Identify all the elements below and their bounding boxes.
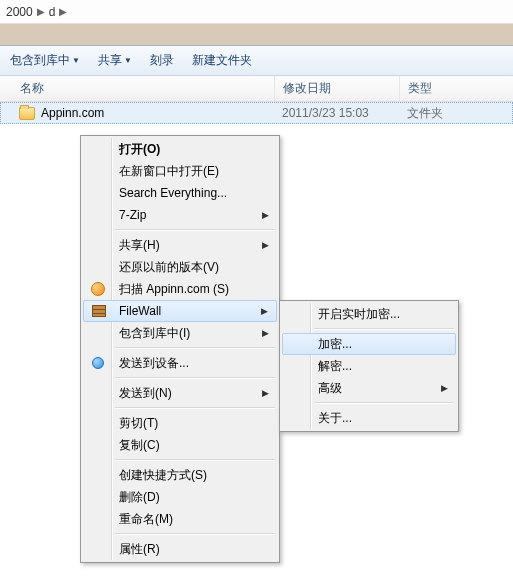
submenu-arrow-icon: ▶	[262, 388, 269, 398]
wall-icon	[90, 302, 108, 320]
menu-separator	[115, 459, 275, 461]
file-type: 文件夹	[399, 105, 512, 122]
toolbar-burn[interactable]: 刻录	[150, 52, 174, 69]
menu-cut[interactable]: 剪切(T)	[83, 412, 277, 434]
menu-send-to[interactable]: 发送到(N) ▶	[83, 382, 277, 404]
chevron-right-icon: ▶	[59, 6, 67, 17]
submenu-arrow-icon: ▶	[262, 240, 269, 250]
menu-separator	[115, 407, 275, 409]
menu-7zip[interactable]: 7-Zip ▶	[83, 204, 277, 226]
submenu-encrypt[interactable]: 加密...	[282, 333, 456, 355]
menu-separator	[115, 229, 275, 231]
device-icon	[89, 354, 107, 372]
menu-include-in-library[interactable]: 包含到库中(I) ▶	[83, 322, 277, 344]
toolbar-include-in-library[interactable]: 包含到库中 ▼	[10, 52, 80, 69]
column-type[interactable]: 类型	[400, 76, 513, 101]
column-headers: 名称 修改日期 类型	[0, 76, 513, 102]
breadcrumb[interactable]: 2000 ▶ d ▶	[0, 0, 513, 24]
submenu-arrow-icon: ▶	[262, 328, 269, 338]
breadcrumb-seg[interactable]: 2000	[6, 5, 33, 19]
submenu-arrow-icon: ▶	[262, 210, 269, 220]
toolbar: 包含到库中 ▼ 共享 ▼ 刻录 新建文件夹	[0, 46, 513, 76]
submenu-decrypt[interactable]: 解密...	[282, 355, 456, 377]
column-modified[interactable]: 修改日期	[275, 76, 400, 101]
dropdown-icon: ▼	[124, 56, 132, 65]
menu-share[interactable]: 共享(H) ▶	[83, 234, 277, 256]
submenu-arrow-icon: ▶	[441, 383, 448, 393]
folder-icon	[19, 107, 35, 120]
toolbar-new-folder[interactable]: 新建文件夹	[192, 52, 252, 69]
chevron-right-icon: ▶	[37, 6, 45, 17]
menu-scan[interactable]: 扫描 Appinn.com (S)	[83, 278, 277, 300]
menu-copy[interactable]: 复制(C)	[83, 434, 277, 456]
breadcrumb-seg[interactable]: d	[49, 5, 56, 19]
menu-send-to-device[interactable]: 发送到设备...	[83, 352, 277, 374]
submenu-advanced[interactable]: 高级 ▶	[282, 377, 456, 399]
menu-filewall[interactable]: FileWall ▶	[83, 300, 277, 322]
dropdown-icon: ▼	[72, 56, 80, 65]
context-menu: 打开(O) 在新窗口中打开(E) Search Everything... 7-…	[80, 135, 280, 563]
file-name: Appinn.com	[41, 106, 104, 120]
toolbar-share[interactable]: 共享 ▼	[98, 52, 132, 69]
submenu-about[interactable]: 关于...	[282, 407, 456, 429]
menu-create-shortcut[interactable]: 创建快捷方式(S)	[83, 464, 277, 486]
filewall-submenu: 开启实时加密... 加密... 解密... 高级 ▶ 关于...	[279, 300, 459, 432]
file-date: 2011/3/23 15:03	[274, 106, 399, 120]
menu-delete[interactable]: 删除(D)	[83, 486, 277, 508]
menu-properties[interactable]: 属性(R)	[83, 538, 277, 560]
menu-separator	[314, 402, 454, 404]
scan-icon	[89, 280, 107, 298]
menu-separator	[115, 533, 275, 535]
column-name[interactable]: 名称	[0, 76, 275, 101]
menu-rename[interactable]: 重命名(M)	[83, 508, 277, 530]
menu-open-new-window[interactable]: 在新窗口中打开(E)	[83, 160, 277, 182]
menu-open[interactable]: 打开(O)	[83, 138, 277, 160]
menu-search-everything[interactable]: Search Everything...	[83, 182, 277, 204]
menu-separator	[115, 377, 275, 379]
menu-separator	[314, 328, 454, 330]
submenu-arrow-icon: ▶	[261, 306, 268, 316]
menu-separator	[115, 347, 275, 349]
file-row[interactable]: Appinn.com 2011/3/23 15:03 文件夹	[0, 102, 513, 124]
submenu-start-realtime-encrypt[interactable]: 开启实时加密...	[282, 303, 456, 325]
menu-restore-previous[interactable]: 还原以前的版本(V)	[83, 256, 277, 278]
